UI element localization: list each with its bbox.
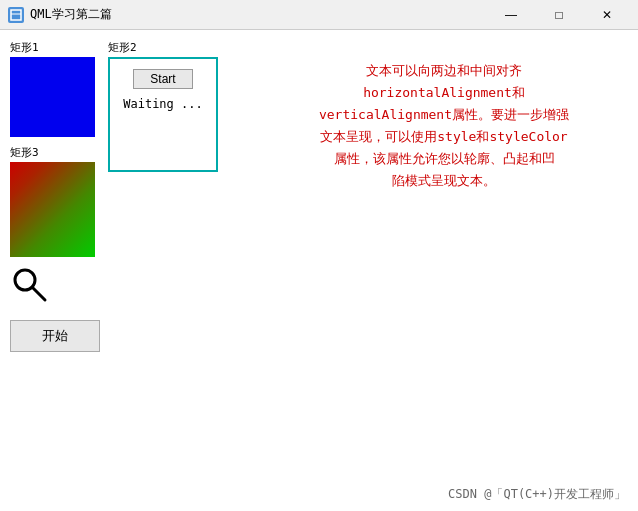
titlebar-controls: — □ ✕ <box>488 0 630 30</box>
main-content: 矩形1 矩形2 Start Waiting ... 矩形3 开始 文本可以向两边… <box>0 30 638 511</box>
desc-line1: 文本可以向两边和中间对齐 <box>366 63 522 78</box>
desc-line5: 属性，该属性允许您以轮廓、凸起和凹 <box>334 151 555 166</box>
desc-line4: 文本呈现，可以使用style和styleColor <box>320 129 567 144</box>
rect1-container: 矩形1 <box>10 40 95 135</box>
titlebar-left: QML学习第二篇 <box>8 6 112 23</box>
kaishi-button[interactable]: 开始 <box>10 320 100 352</box>
titlebar: QML学习第二篇 — □ ✕ <box>0 0 638 30</box>
rect2-container: 矩形2 Start Waiting ... <box>108 40 228 170</box>
close-button[interactable]: ✕ <box>584 0 630 30</box>
start-button[interactable]: Start <box>133 69 192 89</box>
svg-line-3 <box>32 287 45 300</box>
svg-rect-0 <box>11 10 21 20</box>
search-icon <box>10 265 50 305</box>
rect3-label: 矩形3 <box>10 145 95 160</box>
rect2-box: Start Waiting ... <box>108 57 218 172</box>
rect2-label: 矩形2 <box>108 40 228 55</box>
rect1-label: 矩形1 <box>10 40 95 55</box>
rect1-box <box>10 57 95 137</box>
kaishi-button-area: 开始 <box>10 320 100 352</box>
titlebar-title: QML学习第二篇 <box>30 6 112 23</box>
desc-line2: horizontalAlignment和 <box>363 85 525 100</box>
app-icon <box>8 7 24 23</box>
search-icon-area <box>10 265 50 309</box>
desc-line3: verticalAlignment属性。要进一步增强 <box>319 107 569 122</box>
description-text: 文本可以向两边和中间对齐 horizontalAlignment和 vertic… <box>260 60 628 193</box>
rect3-container: 矩形3 <box>10 145 95 255</box>
footer: CSDN @「QT(C++)开发工程师」 <box>448 486 626 503</box>
maximize-button[interactable]: □ <box>536 0 582 30</box>
rect3-box <box>10 162 95 257</box>
desc-line6: 陷模式呈现文本。 <box>392 173 496 188</box>
waiting-text: Waiting ... <box>123 97 202 111</box>
minimize-button[interactable]: — <box>488 0 534 30</box>
footer-text: CSDN @「QT(C++)开发工程师」 <box>448 487 626 501</box>
